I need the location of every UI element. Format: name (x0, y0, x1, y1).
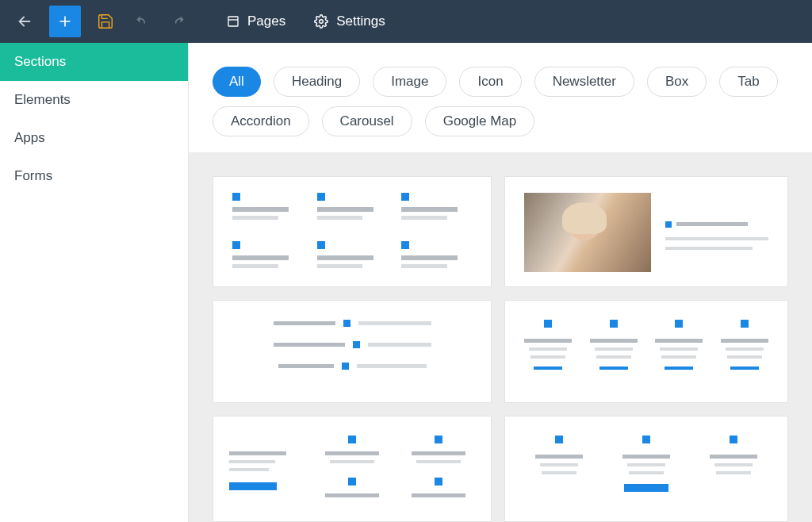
sidebar-item-forms[interactable]: Forms (0, 157, 188, 195)
sidebar: Sections Elements Apps Forms (0, 43, 189, 522)
save-button[interactable] (87, 0, 124, 43)
sidebar-item-apps[interactable]: Apps (0, 119, 188, 157)
section-template-image-text[interactable] (504, 176, 788, 287)
filter-bar: All Heading Image Icon Newsletter Box Ta… (189, 43, 812, 152)
placeholder-image (524, 193, 651, 272)
settings-icon (314, 14, 328, 29)
sidebar-item-elements[interactable]: Elements (0, 81, 188, 119)
filter-image[interactable]: Image (373, 67, 446, 97)
section-template-feature-list[interactable] (213, 300, 492, 403)
sidebar-item-sections[interactable]: Sections (0, 43, 188, 81)
filter-tab[interactable]: Tab (719, 67, 777, 97)
pages-link[interactable]: Pages (213, 0, 300, 43)
filter-accordion[interactable]: Accordion (213, 106, 309, 136)
sidebar-item-label: Elements (14, 92, 71, 107)
settings-link[interactable]: Settings (300, 0, 399, 43)
template-grid[interactable] (189, 152, 812, 522)
section-template-three-columns[interactable] (504, 416, 788, 522)
settings-label: Settings (336, 13, 385, 29)
sidebar-item-label: Apps (14, 130, 45, 145)
filter-heading[interactable]: Heading (274, 67, 360, 97)
filter-newsletter[interactable]: Newsletter (534, 67, 634, 97)
filter-google-map[interactable]: Google Map (425, 106, 535, 136)
section-template-three-columns-cta[interactable] (213, 416, 492, 522)
main-panel: All Heading Image Icon Newsletter Box Ta… (189, 43, 812, 522)
redo-button[interactable] (160, 0, 197, 43)
svg-rect-0 (228, 17, 238, 26)
undo-button[interactable] (124, 0, 160, 43)
topbar: Pages Settings (0, 0, 812, 43)
pages-icon (227, 15, 239, 28)
filter-box[interactable]: Box (647, 67, 707, 97)
filter-icon[interactable]: Icon (459, 67, 521, 97)
sidebar-item-label: Forms (14, 168, 52, 183)
back-button[interactable] (6, 0, 43, 43)
filter-carousel[interactable]: Carousel (322, 106, 412, 136)
sidebar-item-label: Sections (14, 54, 66, 69)
svg-point-2 (320, 20, 324, 24)
section-template-icon-grid[interactable] (213, 176, 492, 287)
pages-label: Pages (247, 13, 285, 29)
add-button[interactable] (49, 6, 81, 37)
filter-all[interactable]: All (213, 67, 261, 97)
section-template-four-columns[interactable] (504, 300, 788, 403)
